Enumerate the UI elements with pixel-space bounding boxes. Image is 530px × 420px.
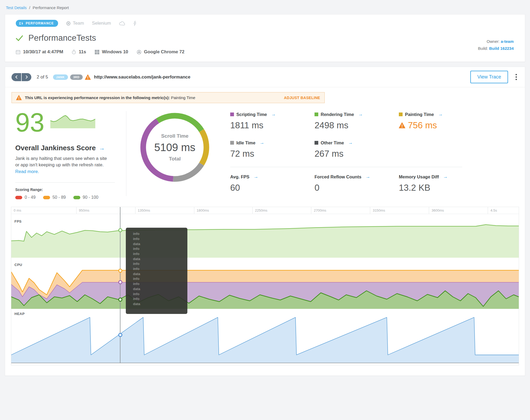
metric-value: 0: [315, 183, 399, 193]
cursor-marker-heap: [118, 333, 122, 337]
metric-head: Memory Usage Diff→: [399, 174, 483, 179]
scoring-range-label: Scoring Range:: [15, 188, 120, 192]
metric-value-text: 756 ms: [408, 120, 437, 130]
metric-value: 756 ms: [399, 120, 483, 130]
metric-color-swatch: [315, 112, 318, 116]
metric-idle-time: Idle Time→72 ms: [230, 140, 315, 159]
metric-value-text: 72 ms: [230, 149, 254, 159]
metric-link-arrow[interactable]: →: [260, 140, 264, 145]
metric-head: Rendering Time→: [315, 112, 399, 117]
owner-label: Owner:: [487, 39, 499, 44]
jankiness-description: Jank is any halting that users see when …: [15, 155, 109, 168]
metric-label: Idle Time: [236, 140, 255, 145]
metric-color-swatch: [315, 141, 318, 145]
tooltip-row-info-7: info: [133, 267, 187, 272]
range-label: 0 - 49: [25, 195, 36, 200]
donut-label-bottom: Total: [169, 156, 181, 162]
jankiness-link-arrow[interactable]: →: [99, 145, 105, 152]
axis-tick-3600ms: 3600ms: [429, 207, 488, 214]
metric-link-arrow[interactable]: →: [366, 174, 370, 179]
breadcrumb-link-test-details[interactable]: Test Details: [6, 5, 27, 10]
breadcrumb: Test Details / Performance Report: [0, 0, 530, 14]
metric-color-swatch: [230, 141, 234, 145]
jank-tag: JANK: [53, 74, 68, 80]
next-url-button[interactable]: [22, 73, 31, 81]
test-date: 10/30/17 at 4:47PM: [23, 49, 63, 55]
donut-total-value: 5109 ms: [154, 141, 195, 153]
cursor-marker-fps: [118, 228, 122, 232]
metric-link-arrow[interactable]: →: [348, 140, 353, 145]
metric-label: Memory Usage Diff: [399, 174, 439, 179]
current-url: http://www.saucelabs.com/jank-performanc…: [94, 74, 190, 80]
heap-lane-label: HEAP: [14, 312, 25, 316]
check-icon: [16, 35, 23, 41]
cursor-marker-cpu-purple: [118, 280, 122, 284]
metric-link-arrow[interactable]: →: [443, 174, 448, 179]
tooltip-row-info-1: info: [133, 237, 187, 242]
timeline-section[interactable]: 0 ms950ms1350ms1800ms2250ms2700ms3150ms3…: [11, 207, 519, 365]
score-row: 93: [15, 111, 120, 134]
tooltip-row-info-0: info: [133, 231, 187, 237]
chrome-icon: [137, 50, 141, 54]
stats-row: Avg. FPS→60Forced Reflow Counts→0Memory …: [230, 174, 518, 193]
banner-warning-icon: [16, 95, 22, 100]
prev-url-button[interactable]: [12, 73, 21, 81]
metric-painting-time: Painting Time→756 ms: [399, 112, 483, 130]
metric-label: Scripting Time: [236, 112, 267, 117]
metric-value-text: 2498 ms: [315, 120, 349, 130]
test-os: Windows 10: [102, 49, 128, 55]
metric-memory-usage-diff: Memory Usage Diff→13.2 KB: [399, 174, 483, 193]
summary-section: 93 Overall Jankiness Score → Jank is any…: [5, 103, 525, 201]
banner-metric: Painting Time: [171, 95, 195, 100]
owner-link[interactable]: a-team: [501, 39, 514, 44]
tooltip-row-info-13: info: [133, 297, 187, 302]
view-trace-button[interactable]: View Trace: [470, 71, 508, 83]
team-label: Team: [73, 21, 84, 26]
url-warning-icon: [85, 74, 91, 80]
range-label: 50 - 89: [52, 195, 66, 200]
vertical-divider: [126, 111, 126, 196]
jankiness-title-row: Overall Jankiness Score →: [15, 144, 120, 152]
donut-label-top: Scroll Time: [161, 133, 188, 139]
range-label: 90 - 100: [83, 195, 99, 200]
performance-badge: PERFORMANCE: [16, 20, 58, 27]
time-axis: 0 ms950ms1350ms1800ms2250ms2700ms3150ms3…: [11, 207, 519, 214]
metric-link-arrow[interactable]: →: [358, 112, 363, 117]
range-swatch: [43, 196, 50, 199]
build-label: Build:: [478, 46, 488, 51]
metric-rendering-time: Rendering Time→2498 ms: [315, 112, 399, 130]
metric-color-swatch: [230, 112, 234, 116]
test-header-card: PERFORMANCE Team Selenium PerformanceTes…: [5, 14, 525, 62]
metric-head: Scripting Time→: [230, 112, 315, 117]
range-swatch: [15, 196, 22, 199]
jankiness-score-panel: 93 Overall Jankiness Score → Jank is any…: [15, 111, 120, 200]
metric-value: 267 ms: [315, 149, 399, 159]
os-item: Windows 10: [95, 49, 128, 55]
metric-other-time: Other Time→267 ms: [315, 140, 399, 159]
tooltip-row-info-4: info: [133, 252, 187, 257]
test-browser: Google Chrome 72: [144, 49, 184, 55]
metric-value: 13.2 KB: [399, 183, 483, 193]
metric-value: 1811 ms: [230, 120, 315, 130]
timeline-baseline: [11, 363, 519, 363]
owner-line: Owner: a-team: [478, 38, 514, 45]
metric-warning-icon: [399, 122, 405, 128]
adjust-baseline-button[interactable]: ADJUST BASELINE: [284, 96, 320, 100]
cursor-marker-cpu-green: [118, 298, 122, 302]
more-options-button[interactable]: [514, 72, 518, 82]
build-link[interactable]: Build 162234: [489, 46, 514, 51]
metric-link-arrow[interactable]: →: [254, 174, 258, 179]
heap-chart: [11, 317, 519, 363]
metric-link-arrow[interactable]: →: [271, 112, 276, 117]
title-row: PerformanceTests: [16, 33, 514, 43]
scoring-range-0-49: 0 - 49: [15, 195, 36, 200]
tooltip-row-data-14: data: [133, 302, 187, 307]
metric-link-arrow[interactable]: →: [438, 112, 443, 117]
browser-item: Google Chrome 72: [137, 49, 184, 55]
score-sparkline-chart: [50, 114, 95, 128]
metric-head: Forced Reflow Counts→: [315, 174, 399, 179]
tooltip-row-info-12: info: [133, 292, 187, 297]
metric-color-swatch: [399, 112, 403, 116]
stopwatch-icon: [72, 50, 76, 54]
read-more-link[interactable]: Read more.: [15, 169, 39, 174]
